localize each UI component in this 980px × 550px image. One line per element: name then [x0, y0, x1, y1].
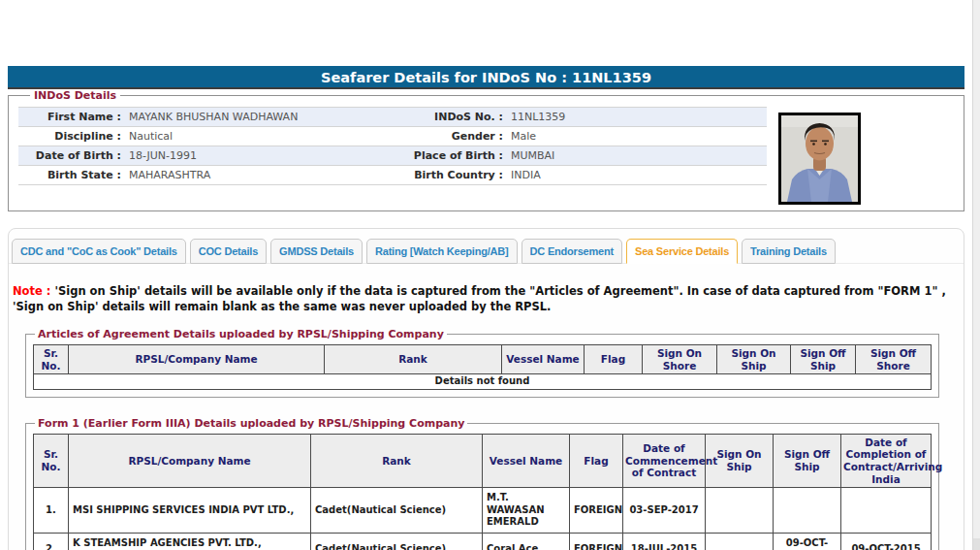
table-cell: Cadet(Nautical Science)	[311, 488, 483, 534]
column-header: Sign On Ship	[717, 345, 791, 374]
table-cell	[706, 488, 774, 534]
form1-header-row: Sr. No.RPSL/Company NameRankVessel NameF…	[34, 434, 932, 487]
detail-row: Date of Birth :18-JUN-1991Place of Birth…	[18, 146, 767, 166]
table-cell: 09-OCT-2015	[841, 533, 932, 550]
tab-training-details[interactable]: Training Details	[742, 239, 836, 264]
column-header: Flag	[570, 434, 623, 487]
tab-dc-endorsement[interactable]: DC Endorsement	[522, 239, 622, 264]
table-cell: M.T. WAWASAN EMERALD	[483, 488, 570, 534]
field-value: 18-JUN-1991	[127, 146, 332, 165]
form1-section: Form 1 (Earlier Form IIIA) Details uploa…	[25, 417, 939, 550]
indos-details-legend: INDoS Details	[30, 89, 120, 102]
empty-row: Details not found	[34, 374, 932, 390]
field-label: Date of Birth :	[18, 146, 127, 165]
column-header: Sign On Shore	[643, 345, 717, 374]
column-header: Rank	[325, 345, 502, 374]
indos-details-body: First Name :MAYANK BHUSHAN WADHAWANINDoS…	[18, 105, 954, 205]
table-cell: 1.	[34, 488, 69, 534]
table-row: 2.K STEAMSHIP AGENCIES PVT. LTD., MUMBAI…	[34, 533, 932, 550]
articles-header-row: Sr. No.RPSL/Company NameRankVessel NameF…	[34, 345, 932, 374]
field-value: Nautical	[127, 127, 332, 146]
column-header: Date of Commencement of Contract	[623, 434, 706, 487]
page-title: Seafarer Details for INDoS No : 11NL1359	[8, 66, 964, 89]
page: Seafarer Details for INDoS No : 11NL1359…	[0, 66, 972, 550]
table-cell: 09-OCT-2015	[774, 533, 841, 550]
note-prefix: Note :	[13, 284, 50, 298]
table-cell: MSI SHIPPING SERVICES INDIA PVT LTD.,	[69, 488, 311, 534]
indos-detail-rows: First Name :MAYANK BHUSHAN WADHAWANINDoS…	[18, 107, 767, 185]
vertical-scrollbar[interactable]	[972, 0, 980, 550]
column-header: Sign Off Ship	[774, 434, 841, 487]
tab-gmdss-details[interactable]: GMDSS Details	[270, 239, 363, 264]
table-cell: FOREIGN	[570, 488, 623, 534]
articles-legend: Articles of Agreement Details uploaded b…	[35, 328, 447, 340]
scrollbar-corner	[973, 538, 980, 550]
column-header: Vessel Name	[502, 345, 585, 374]
table-cell: 18-JUL-2015	[623, 533, 706, 550]
field-label: INDoS No. :	[332, 108, 509, 126]
tab-coc-details[interactable]: COC Details	[190, 239, 267, 264]
table-cell: Cadet(Nautical Science)	[311, 533, 483, 550]
tab-panel: CDC and "CoC as Cook" DetailsCOC Details…	[8, 228, 964, 550]
detail-row: Birth State :MAHARASHTRABirth Country :I…	[18, 166, 767, 185]
table-cell: Coral Ace	[483, 533, 570, 550]
column-header: Vessel Name	[483, 434, 570, 487]
field-label: Birth Country :	[332, 166, 509, 184]
column-header: RPSL/Company Name	[69, 345, 325, 374]
tab-sea-service-details[interactable]: Sea Service Details	[626, 239, 738, 264]
field-label: Discipline :	[18, 127, 127, 146]
empty-message: Details not found	[34, 374, 932, 390]
portrait-photo-graphic	[781, 115, 858, 202]
field-label: Birth State :	[18, 166, 127, 184]
field-label: Place of Birth :	[332, 146, 509, 165]
note: Note : 'Sign on Ship' details will be av…	[13, 283, 958, 314]
note-text: 'Sign on Ship' details will be available…	[13, 284, 946, 313]
column-header: Sr. No.	[34, 345, 69, 374]
table-cell: 2.	[34, 533, 69, 550]
indos-details-section: INDoS Details First Name :MAYANK BHUSHAN…	[8, 89, 964, 211]
field-value: MAHARASHTRA	[127, 166, 332, 184]
form1-legend: Form 1 (Earlier Form IIIA) Details uploa…	[35, 417, 467, 430]
column-header: Rank	[311, 434, 483, 487]
table-cell: 03-SEP-2017	[623, 488, 706, 534]
tab-strip: CDC and "CoC as Cook" DetailsCOC Details…	[9, 229, 964, 264]
articles-of-agreement-section: Articles of Agreement Details uploaded b…	[25, 328, 939, 398]
detail-row: First Name :MAYANK BHUSHAN WADHAWANINDoS…	[18, 108, 767, 127]
field-value: MAYANK BHUSHAN WADHAWAN	[127, 108, 332, 126]
field-value: Male	[509, 127, 767, 146]
table-cell	[841, 488, 932, 534]
tab-rating-watch-keeping-ab[interactable]: Rating [Watch Keeping/AB]	[366, 239, 518, 264]
column-header: Sign Off Ship	[791, 345, 856, 374]
column-header: RPSL/Company Name	[69, 434, 311, 487]
field-label: Gender :	[332, 127, 509, 146]
form1-body: 1.MSI SHIPPING SERVICES INDIA PVT LTD.,C…	[34, 488, 932, 550]
articles-table: Sr. No.RPSL/Company NameRankVessel NameF…	[33, 344, 932, 390]
table-cell	[774, 488, 841, 534]
field-value: MUMBAI	[509, 146, 767, 165]
column-header: Sr. No.	[34, 434, 69, 487]
column-header: Flag	[585, 345, 643, 374]
field-label: First Name :	[18, 108, 127, 126]
table-cell	[706, 533, 774, 550]
field-value: 11NL1359	[509, 108, 767, 126]
sea-service-tab-content: Note : 'Sign on Ship' details will be av…	[9, 283, 964, 550]
tab-cdc-and-coc-as-cook-details[interactable]: CDC and "CoC as Cook" Details	[12, 239, 186, 264]
column-header: Sign Off Shore	[856, 345, 932, 374]
seafarer-photo	[778, 113, 861, 205]
table-cell: K STEAMSHIP AGENCIES PVT. LTD., MUMBAI	[69, 533, 311, 550]
table-cell: FOREIGN	[570, 533, 623, 550]
detail-row: Discipline :NauticalGender :Male	[18, 127, 767, 146]
table-row: 1.MSI SHIPPING SERVICES INDIA PVT LTD.,C…	[34, 488, 932, 534]
column-header: Date of Completion of Contract/Arriving …	[841, 434, 932, 487]
field-value: INDIA	[509, 166, 767, 184]
form1-table: Sr. No.RPSL/Company NameRankVessel NameF…	[33, 434, 932, 550]
